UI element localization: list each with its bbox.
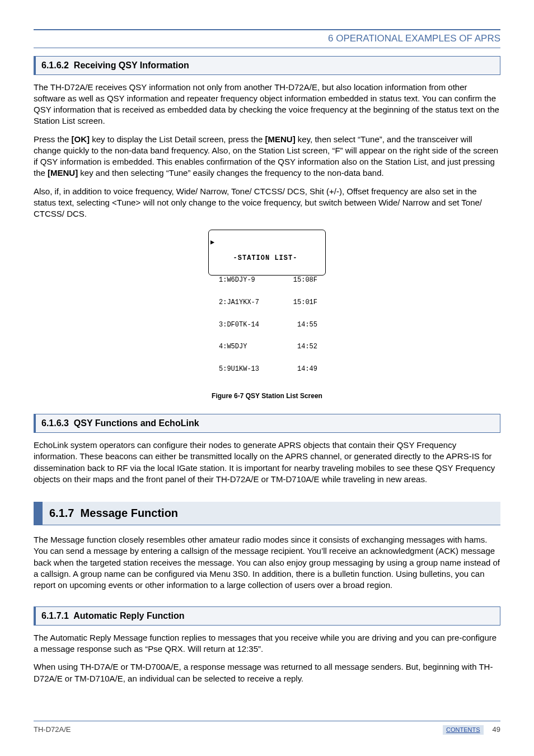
para: When using TH-D7A/E or TM-D700A/E, a res… <box>34 661 500 684</box>
station: 2:JA1YKX-7 <box>213 299 259 306</box>
heading-6-1-6-2: 6.1.6.2 Receiving QSY Information <box>34 56 500 75</box>
lcd-screen: ▶ -STATION LIST- 1:W6DJY-915:08F 2:JA1YK… <box>208 230 326 276</box>
list-item: 2:JA1YKX-715:01F <box>213 299 317 306</box>
model-label: TH-D72A/E <box>34 725 71 735</box>
heading-num: 6.1.6.3 <box>41 418 69 428</box>
chapter-header: 6 OPERATIONAL EXAMPLES OF APRS <box>34 29 500 48</box>
list-item: 1:W6DJY-915:08F <box>213 277 317 284</box>
list-item: 5:9U1KW-1314:49 <box>213 366 317 373</box>
para: The TH-D72A/E receives QSY information n… <box>34 82 500 127</box>
key-menu: [MENU] <box>265 134 296 144</box>
station: 3:DF0TK-14 <box>213 321 259 329</box>
figure-caption: Figure 6-7 QSY Station List Screen <box>34 391 500 400</box>
para: EchoLink system operators can configure … <box>34 440 500 485</box>
text: Press the <box>34 134 72 144</box>
time: 14:55 <box>297 321 317 329</box>
time: 15:08F <box>293 277 317 284</box>
page-number: 49 <box>493 725 500 735</box>
para: The Automatic Reply Message function rep… <box>34 632 500 655</box>
list-item: 3:DF0TK-1414:55 <box>213 321 317 329</box>
para: The Message function closely resembles o… <box>34 534 500 591</box>
time: 14:49 <box>297 366 317 373</box>
page-footer: TH-D72A/E CONTENTS 49 <box>34 721 500 735</box>
heading-num: 6.1.6.2 <box>41 60 69 70</box>
heading-6-1-6-3: 6.1.6.3 QSY Functions and EchoLink <box>34 414 500 433</box>
heading-title: QSY Functions and EchoLink <box>74 418 199 428</box>
heading-title: Automatic Reply Function <box>73 611 184 620</box>
cursor-icon: ▶ <box>210 239 214 246</box>
key-ok: [OK] <box>72 134 90 144</box>
qsy-station-list-figure: ▶ -STATION LIST- 1:W6DJY-915:08F 2:JA1YK… <box>34 230 500 388</box>
lcd-title: -STATION LIST- <box>213 255 317 262</box>
para: Also, if, in addition to voice frequency… <box>34 186 500 220</box>
text: key and then selecting “Tune” easily cha… <box>78 168 383 178</box>
heading-6-1-7-1: 6.1.7.1 Automatic Reply Function <box>34 606 500 626</box>
heading-num: 6.1.7 <box>49 507 74 519</box>
heading-num: 6.1.7.1 <box>41 611 69 620</box>
para: Press the [OK] key to display the List D… <box>34 134 500 179</box>
heading-text: 6.1.7.1 Automatic Reply Function <box>41 611 184 620</box>
text: key to display the List Detail screen, p… <box>90 134 265 144</box>
list-item: 4:W5DJY14:52 <box>213 343 317 351</box>
contents-link[interactable]: CONTENTS <box>443 725 484 735</box>
heading-title: Receiving QSY Information <box>74 60 189 70</box>
station: 4:W5DJY <box>213 343 247 351</box>
station: 1:W6DJY-9 <box>213 277 255 284</box>
time: 15:01F <box>293 299 317 306</box>
heading-title: Message Function <box>81 507 178 519</box>
heading-text: 6.1.7 Message Function <box>49 507 178 519</box>
key-menu: [MENU] <box>48 168 78 178</box>
heading-text: 6.1.6.2 Receiving QSY Information <box>41 60 189 70</box>
heading-text: 6.1.6.3 QSY Functions and EchoLink <box>41 418 199 428</box>
time: 14:52 <box>297 343 317 351</box>
station: 5:9U1KW-13 <box>213 366 259 373</box>
heading-6-1-7: 6.1.7 Message Function <box>34 502 500 525</box>
